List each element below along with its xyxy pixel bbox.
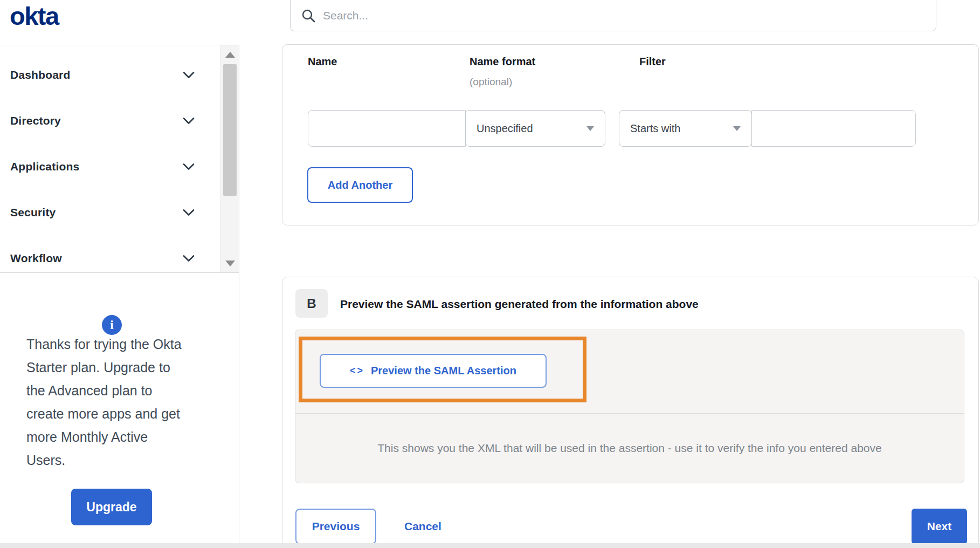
plan-promo-text: Thanks for trying the Okta Starter plan.… <box>26 333 188 472</box>
scroll-up-arrow-icon[interactable] <box>225 52 235 58</box>
scrollbar-thumb[interactable] <box>223 64 237 196</box>
attribute-name-input[interactable] <box>308 110 466 147</box>
search-icon <box>301 9 315 23</box>
add-another-button[interactable]: Add Another <box>307 167 413 203</box>
preview-section-title: Preview the SAML assertion generated fro… <box>340 298 699 311</box>
filter-column-label: Filter <box>639 56 666 68</box>
info-icon: i <box>102 315 122 335</box>
sidebar-item-label: Workflow <box>10 252 62 265</box>
next-button[interactable]: Next <box>912 509 967 544</box>
sidebar-menu: Dashboard Directory Applications Securit… <box>0 45 239 273</box>
sidebar-item-dashboard[interactable]: Dashboard <box>0 52 220 98</box>
sidebar-item-security[interactable]: Security <box>0 189 220 235</box>
cancel-link[interactable]: Cancel <box>404 520 441 533</box>
global-search[interactable] <box>290 0 936 31</box>
preview-button-label: Preview the SAML Assertion <box>371 365 516 377</box>
upgrade-button[interactable]: Upgrade <box>71 489 152 525</box>
preview-saml-panel: B Preview the SAML assertion generated f… <box>282 277 979 548</box>
chevron-down-icon <box>183 255 195 262</box>
filter-type-select[interactable]: Starts with <box>619 110 752 147</box>
sidebar-item-label: Directory <box>10 114 61 127</box>
caret-down-icon <box>733 126 741 131</box>
chevron-down-icon <box>183 117 195 124</box>
sidebar-item-label: Applications <box>10 160 79 173</box>
sidebar: Dashboard Directory Applications Securit… <box>0 45 239 548</box>
preview-description: This shows you the XML that will be used… <box>295 414 964 483</box>
preview-box: This shows you the XML that will be used… <box>295 330 964 483</box>
sidebar-item-workflow[interactable]: Workflow <box>0 235 220 273</box>
chevron-down-icon <box>183 209 195 216</box>
name-format-column-label: Name format <box>470 56 535 68</box>
sidebar-item-label: Security <box>10 206 56 219</box>
name-column-label: Name <box>308 56 337 68</box>
wizard-footer: Previous Cancel Next <box>295 509 967 544</box>
previous-button[interactable]: Previous <box>295 509 376 544</box>
code-icon: <> <box>350 365 364 376</box>
name-format-value: Unspecified <box>477 122 533 135</box>
search-input[interactable] <box>323 9 925 22</box>
filter-type-value: Starts with <box>630 122 680 135</box>
chevron-down-icon <box>183 163 195 170</box>
sidebar-item-label: Dashboard <box>10 68 71 81</box>
sidebar-scrollbar[interactable] <box>220 45 239 273</box>
scroll-down-arrow-icon[interactable] <box>225 261 235 266</box>
attribute-statements-panel: Name Name format (optional) Filter Unspe… <box>282 44 979 225</box>
step-b-badge: B <box>295 289 328 318</box>
viewport-bottom-strip <box>0 543 980 548</box>
filter-value-input[interactable] <box>751 110 916 147</box>
okta-logo: okta <box>10 1 59 31</box>
name-format-optional-hint: (optional) <box>470 76 512 88</box>
chevron-down-icon <box>183 71 195 78</box>
preview-saml-assertion-button[interactable]: <> Preview the SAML Assertion <box>320 354 547 388</box>
sidebar-item-directory[interactable]: Directory <box>0 98 220 143</box>
caret-down-icon <box>586 126 594 131</box>
name-format-select[interactable]: Unspecified <box>465 110 605 147</box>
sidebar-item-applications[interactable]: Applications <box>0 143 220 189</box>
